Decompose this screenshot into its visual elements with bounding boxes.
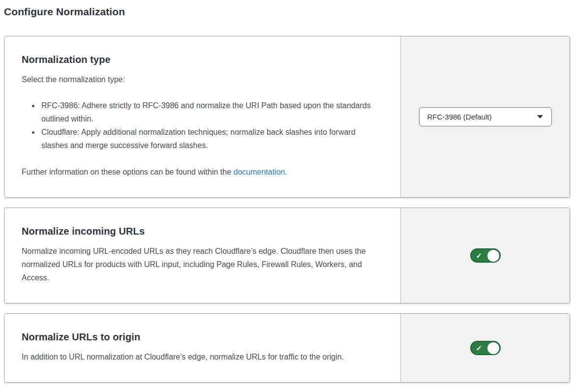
page-title: Configure Normalization (4, 6, 570, 18)
list-item-rfc3986: RFC-3986: Adhere strictly to RFC-3986 an… (40, 99, 376, 125)
normalization-type-intro: Select the normalization type: (22, 73, 376, 86)
normalize-incoming-urls-heading: Normalize incoming URLs (22, 226, 376, 237)
toggle-knob (487, 250, 499, 262)
normalize-urls-to-origin-description: In addition to URL normalization at Clou… (22, 350, 376, 363)
toggle-knob (487, 342, 499, 354)
select-value: RFC-3986 (Default) (427, 113, 492, 121)
normalize-incoming-urls-description: Normalize incoming URL-encoded URLs as t… (22, 244, 376, 284)
normalize-incoming-urls-card: Normalize incoming URLs Normalize incomi… (4, 208, 570, 303)
normalization-type-card-content: Normalization type Select the normalizat… (4, 36, 400, 197)
further-information-text: Further information on these options can… (22, 165, 376, 179)
normalization-type-card: Normalization type Select the normalizat… (4, 36, 570, 198)
documentation-link[interactable]: documentation (233, 168, 285, 176)
check-icon: ✓ (476, 344, 483, 352)
normalization-options-list: RFC-3986: Adhere strictly to RFC-3986 an… (22, 99, 376, 152)
normalization-type-aside: RFC-3986 (Default) (400, 36, 570, 197)
normalize-urls-to-origin-toggle[interactable]: ✓ (470, 341, 501, 355)
normalize-urls-to-origin-card: Normalize URLs to origin In addition to … (4, 313, 570, 383)
normalization-type-select[interactable]: RFC-3986 (Default) (419, 107, 552, 126)
check-icon: ✓ (476, 252, 483, 259)
list-item-cloudflare: Cloudflare: Apply additional normalizati… (40, 125, 376, 152)
normalize-urls-to-origin-heading: Normalize URLs to origin (22, 332, 376, 343)
footer-period: . (285, 168, 287, 176)
normalize-incoming-urls-toggle[interactable]: ✓ (470, 248, 501, 263)
normalize-urls-to-origin-content: Normalize URLs to origin In addition to … (4, 314, 400, 382)
chevron-down-icon (537, 115, 543, 119)
normalize-incoming-urls-content: Normalize incoming URLs Normalize incomi… (4, 208, 400, 303)
normalization-type-heading: Normalization type (22, 54, 376, 65)
normalize-urls-to-origin-aside: ✓ (400, 314, 570, 382)
footer-text: Further information on these options can… (22, 168, 233, 176)
normalize-incoming-urls-aside: ✓ (400, 208, 570, 303)
